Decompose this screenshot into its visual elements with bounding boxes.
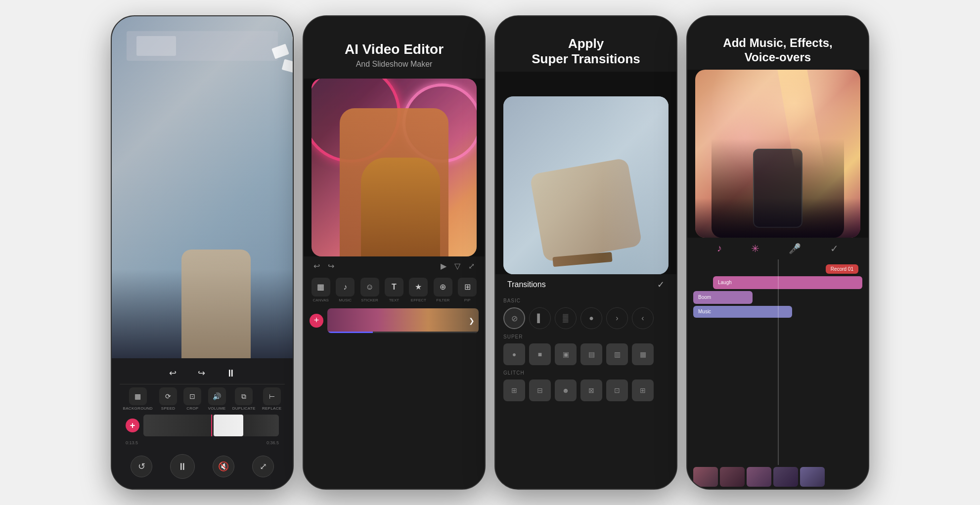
- glitch-btn-3[interactable]: ☻: [555, 379, 577, 401]
- tool-volume[interactable]: 🔊 VOLUME: [208, 387, 226, 411]
- crop-icon: ⊡: [183, 387, 201, 405]
- redo-icon[interactable]: ↪: [194, 366, 208, 380]
- tool-pip[interactable]: ⊞ PIP: [458, 278, 477, 302]
- super-btn-5[interactable]: ▥: [606, 343, 628, 365]
- trans-right[interactable]: ›: [606, 307, 628, 329]
- super-btn-4[interactable]: ▤: [580, 343, 602, 365]
- tool-canvas[interactable]: ▦ CANVAS: [312, 278, 330, 302]
- super-btn-3[interactable]: ▣: [555, 343, 577, 365]
- time-display: 0:13.5 0:36.5: [120, 439, 285, 446]
- vid-thumb-4: [773, 467, 798, 487]
- thumb-gradient-5: [800, 467, 825, 487]
- confirm-icon[interactable]: ✓: [830, 243, 839, 254]
- crowd-gradient: [695, 198, 860, 238]
- replace-label: REPLACE: [262, 406, 281, 411]
- super-section-label: SUPER: [495, 331, 676, 341]
- glitch-btn-2[interactable]: ⊟: [529, 379, 551, 401]
- phone-inner-2: AI Video Editor And Slideshow Maker ↩ ↪: [304, 16, 485, 489]
- super-btn-2[interactable]: ■: [529, 343, 551, 365]
- phone2-header: AI Video Editor And Slideshow Maker: [304, 16, 485, 79]
- speed-label: SPEED: [161, 406, 176, 411]
- tool-speed[interactable]: ⟳ SPEED: [159, 387, 177, 411]
- glitch-btn-1[interactable]: ⊞: [503, 379, 525, 401]
- super-btn-1[interactable]: ●: [503, 343, 525, 365]
- laugh-track[interactable]: Laugh: [713, 276, 862, 289]
- screenshots-container: ↩ ↪ ⏸ ▦ BACKGROUND ⟳ SPEED ⊡: [101, 5, 879, 500]
- add-clip-button[interactable]: +: [126, 419, 139, 432]
- vid-thumb-3: [747, 467, 771, 487]
- phone2-timeline: + ❯: [304, 304, 485, 337]
- glitch-btn-5[interactable]: ⊡: [606, 379, 628, 401]
- phone4-video: [695, 70, 860, 238]
- tool-background[interactable]: ▦ BACKGROUND: [123, 387, 153, 411]
- thumb-gradient-4: [773, 467, 798, 487]
- boom-track[interactable]: Boom: [693, 291, 753, 304]
- phone3-header: Apply Super Transitions: [495, 16, 676, 72]
- tool-crop[interactable]: ⊡ CROP: [183, 387, 201, 411]
- thumb-gradient-2: [720, 467, 745, 487]
- fullscreen-button[interactable]: ⤢: [252, 456, 274, 477]
- playhead-line: [778, 259, 779, 465]
- super-btn-6[interactable]: ▦: [632, 343, 654, 365]
- bottom-controls: ↺ ⏸ 🔇 ⤢: [112, 448, 293, 489]
- phone-inner-1: ↩ ↪ ⏸ ▦ BACKGROUND ⟳ SPEED ⊡: [112, 16, 293, 489]
- motion-blur: [503, 96, 668, 274]
- tracks-area: Record 01 Laugh Boom Music: [687, 259, 868, 465]
- phone1-controls: ↩ ↪ ⏸ ▦ BACKGROUND ⟳ SPEED ⊡: [112, 358, 293, 448]
- music-note-icon[interactable]: ♪: [717, 243, 722, 254]
- person-figure: [181, 250, 251, 358]
- hair-overlay: [361, 158, 440, 256]
- phone2-track[interactable]: ❯: [327, 308, 479, 333]
- phone2-add-button[interactable]: +: [310, 314, 323, 328]
- track-progress-bar-container: [327, 332, 479, 333]
- mute-button[interactable]: 🔇: [213, 456, 234, 477]
- text-label: TEXT: [389, 298, 399, 302]
- background-label: BACKGROUND: [123, 406, 153, 411]
- phone-inner-4: Add Music, Effects, Voice-overs ♪ ✳ 🎤 ✓: [687, 16, 868, 489]
- reset-button[interactable]: ↺: [131, 456, 152, 477]
- play-icon[interactable]: ▶: [441, 261, 446, 271]
- trans-wipe[interactable]: ▌: [529, 307, 551, 329]
- timeline-track[interactable]: [143, 415, 279, 436]
- microphone-icon[interactable]: 🎤: [789, 243, 801, 254]
- trans-dissolve[interactable]: ▒: [555, 307, 577, 329]
- tool-effect[interactable]: ★ EFFECT: [409, 278, 428, 302]
- clip-dark2: [244, 415, 279, 436]
- transitions-label: Transitions: [507, 280, 546, 289]
- play-pause-button[interactable]: ⏸: [170, 454, 195, 479]
- video-tracks-row: [687, 465, 868, 489]
- phone2-top-icons: ↩ ↪ ▶ ▽ ⤢: [304, 256, 485, 276]
- tool-duplicate[interactable]: ⧉ DUPLICATE: [232, 387, 256, 411]
- crop-label: CROP: [186, 406, 198, 411]
- time-start: 0:13.5: [126, 440, 138, 445]
- undo-icon[interactable]: ↩: [166, 366, 179, 380]
- music-track[interactable]: Music: [693, 306, 792, 318]
- pause-button[interactable]: ⏸: [223, 365, 239, 381]
- glitch-btn-6[interactable]: ⊞: [632, 379, 654, 401]
- check-icon[interactable]: ✓: [657, 279, 665, 290]
- expand-icon[interactable]: ⤢: [468, 261, 475, 271]
- glitch-section-label: GLITCH: [495, 367, 676, 378]
- record-track[interactable]: Record 01: [826, 264, 858, 274]
- tool-music[interactable]: ♪ MUSIC: [336, 278, 355, 302]
- sparkle-icon[interactable]: ✳: [751, 243, 759, 254]
- music-label: MUSIC: [339, 298, 352, 302]
- speed-icon: ⟳: [159, 387, 177, 405]
- super-transitions-row: ● ■ ▣ ▤ ▥ ▦: [495, 341, 676, 367]
- trans-circle[interactable]: ●: [580, 307, 602, 329]
- time-end: 0:36.5: [267, 440, 279, 445]
- phone-inner-3: Apply Super Transitions Transitions ✓ BA…: [495, 16, 676, 489]
- tool-replace[interactable]: ⊢ REPLACE: [262, 387, 281, 411]
- trans-none[interactable]: ⊘: [503, 307, 525, 329]
- forward-icon[interactable]: ↪: [328, 261, 334, 271]
- trans-left[interactable]: ‹: [632, 307, 654, 329]
- tool-text[interactable]: T TEXT: [385, 278, 403, 302]
- tool-filter[interactable]: ⊕ FILTER: [434, 278, 452, 302]
- arrow-down-icon[interactable]: ▽: [454, 261, 460, 271]
- basic-transitions-row: ⊘ ▌ ▒ ● › ‹: [495, 305, 676, 331]
- glitch-btn-4[interactable]: ⊠: [580, 379, 602, 401]
- back-icon[interactable]: ↩: [313, 261, 320, 271]
- sticker-label: STICKER: [361, 298, 378, 302]
- tool-sticker[interactable]: ☺ STICKER: [360, 278, 379, 302]
- canvas-label: CANVAS: [313, 298, 329, 302]
